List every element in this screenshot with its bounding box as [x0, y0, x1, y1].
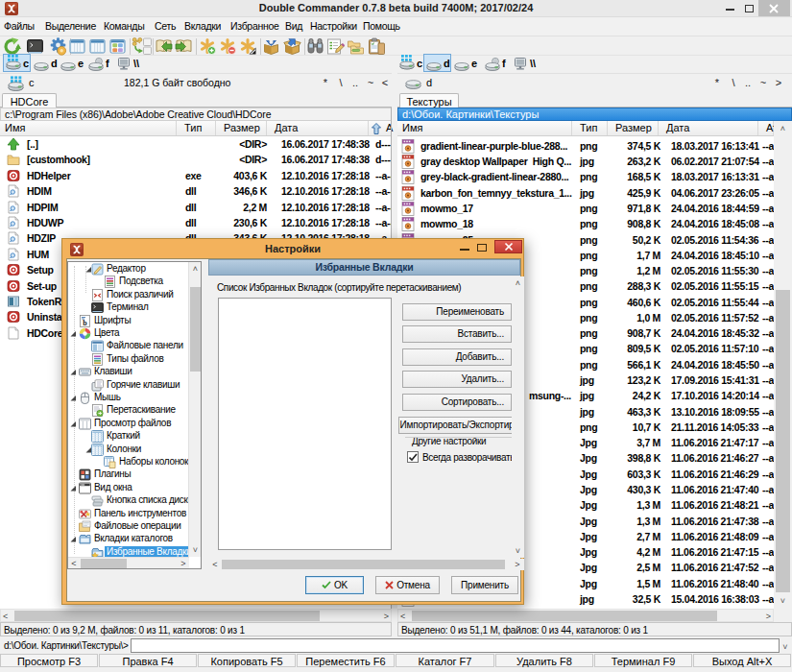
svg-text:b: b: [83, 318, 87, 326]
